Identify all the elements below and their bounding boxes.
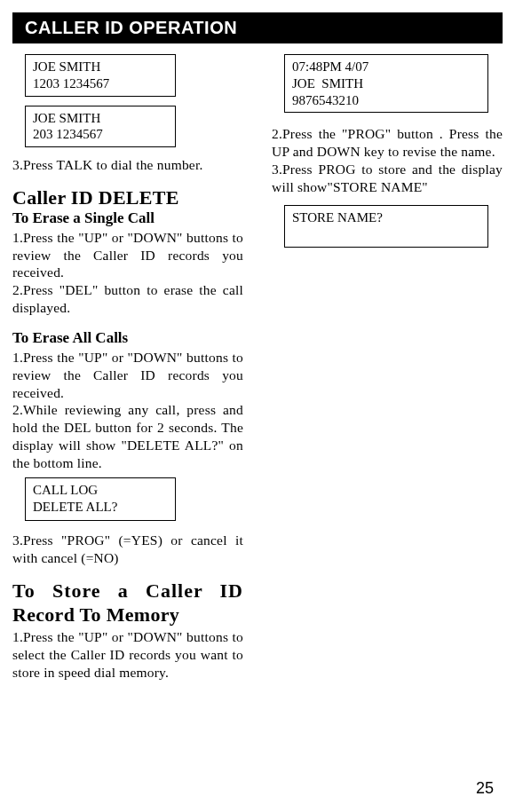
instruction-step: 3.Press "PROG" (=YES) or cancel it with … bbox=[12, 532, 243, 567]
section-title-store: To Store a Caller ID Record To Memory bbox=[12, 579, 243, 627]
instruction-step: 3.Press TALK to dial the number. bbox=[12, 156, 243, 174]
instruction-body: 2.Press the "PROG" button . Press the UP… bbox=[272, 125, 503, 195]
lcd-line: JOE SMITH bbox=[33, 59, 168, 75]
lcd-line: STORE NAME? bbox=[292, 209, 480, 226]
right-column: 07:48PM 4/07 JOE SMITH 9876543210 2.Pres… bbox=[272, 54, 503, 693]
left-column: JOE SMITH 1203 1234567 JOE SMITH 203 123… bbox=[12, 54, 243, 693]
subsection-erase-single: To Erase a Single Call bbox=[12, 209, 243, 227]
lcd-line: JOE SMITH bbox=[292, 75, 480, 92]
lcd-line: 07:48PM 4/07 bbox=[292, 59, 480, 75]
instruction-body: 1.Press the "UP" or "DOWN" buttons to se… bbox=[12, 628, 243, 681]
lcd-line: DELETE ALL? bbox=[33, 499, 168, 516]
instruction-body: 1.Press the "UP" or "DOWN" buttons to re… bbox=[12, 229, 243, 317]
subsection-erase-all: To Erase All Calls bbox=[12, 329, 243, 347]
section-title-store-line2: Record To Memory bbox=[12, 603, 243, 627]
section-title-delete: Caller ID DELETE bbox=[12, 186, 243, 209]
two-column-layout: JOE SMITH 1203 1234567 JOE SMITH 203 123… bbox=[0, 54, 515, 693]
lcd-line: 203 1234567 bbox=[33, 126, 168, 143]
lcd-line: JOE SMITH bbox=[33, 110, 168, 127]
page-header: CALLER ID OPERATION bbox=[12, 12, 503, 43]
section-title-store-line1: To Store a Caller ID bbox=[12, 579, 243, 603]
lcd-display-box-4: 07:48PM 4/07 JOE SMITH 9876543210 bbox=[284, 54, 488, 113]
page-number: 25 bbox=[476, 779, 494, 798]
lcd-line: 1203 1234567 bbox=[33, 75, 168, 92]
lcd-display-box-5: STORE NAME? bbox=[284, 205, 488, 248]
lcd-display-box-2: JOE SMITH 203 1234567 bbox=[25, 106, 176, 148]
lcd-line bbox=[292, 225, 480, 242]
lcd-display-box-3: CALL LOG DELETE ALL? bbox=[25, 477, 176, 521]
lcd-line: CALL LOG bbox=[33, 482, 168, 500]
instruction-body: 1.Press the "UP" or "DOWN" buttons to re… bbox=[12, 349, 243, 472]
lcd-line: 9876543210 bbox=[292, 92, 480, 109]
lcd-display-box-1: JOE SMITH 1203 1234567 bbox=[25, 54, 176, 97]
